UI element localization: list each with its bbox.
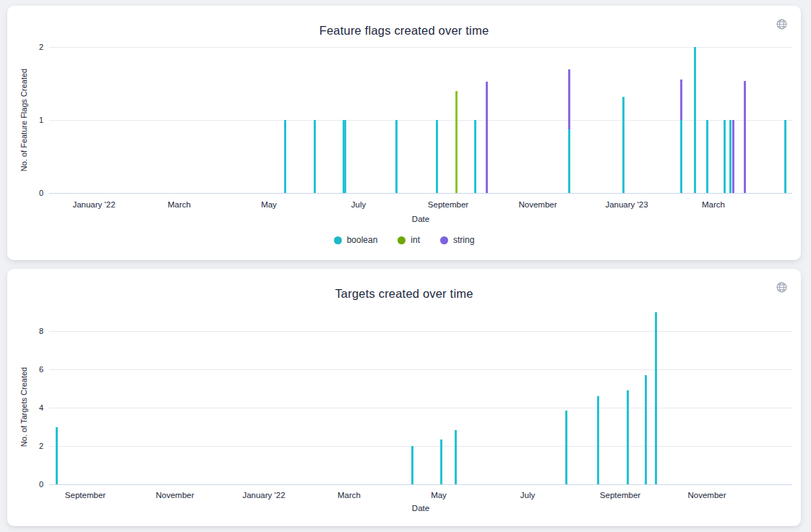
x-axis-title: Date: [49, 214, 792, 224]
x-tick-label: July: [477, 490, 578, 500]
y-tick-label: 8: [19, 326, 43, 336]
gridline: [49, 408, 792, 408]
legend-dot-int: [398, 236, 406, 244]
gridline: [49, 47, 792, 48]
gridline: [49, 331, 792, 332]
x-tick-label: May: [218, 200, 319, 210]
x-tick-label: March: [663, 200, 764, 210]
x-tick-label: May: [388, 490, 489, 500]
bar-targets[interactable]: [565, 411, 567, 484]
x-tick-label: November: [656, 490, 758, 500]
y-tick-label: 2: [19, 42, 43, 52]
bar-boolean[interactable]: [284, 120, 286, 193]
bar-targets[interactable]: [440, 439, 442, 484]
bar-boolean[interactable]: [343, 120, 346, 193]
bar-targets[interactable]: [627, 390, 629, 484]
gridline: [49, 369, 792, 370]
legend-label: boolean: [347, 235, 378, 246]
x-tick-label: March: [129, 200, 230, 210]
feature-flags-card: Feature flags created over time 012Janua…: [7, 6, 801, 260]
x-axis-line: [49, 484, 792, 485]
bar-targets[interactable]: [411, 446, 413, 484]
bar-boolean[interactable]: [724, 120, 726, 193]
legend: booleanintstring: [7, 235, 801, 246]
legend-label: int: [411, 235, 420, 246]
x-axis-line: [49, 193, 792, 194]
y-axis-title: No. of Targets Created: [20, 367, 28, 447]
bar-boolean[interactable]: [474, 120, 476, 193]
bar-boolean[interactable]: [729, 120, 731, 193]
legend-item-int[interactable]: int: [398, 235, 420, 246]
bar-boolean[interactable]: [436, 120, 438, 193]
y-axis-title: No. of Feature Flags Created: [20, 69, 28, 171]
bar-int[interactable]: [455, 91, 458, 193]
legend-item-string[interactable]: string: [440, 235, 474, 246]
bar-targets[interactable]: [597, 396, 599, 484]
bar-boolean[interactable]: [395, 120, 398, 193]
bar-boolean[interactable]: [568, 129, 570, 193]
x-tick-label: September: [570, 490, 671, 500]
bar-boolean[interactable]: [694, 47, 696, 193]
bar-targets[interactable]: [645, 375, 647, 484]
legend-item-boolean[interactable]: boolean: [334, 235, 378, 246]
bar-boolean[interactable]: [314, 120, 316, 193]
bar-string[interactable]: [486, 82, 488, 194]
legend-dot-string: [440, 236, 448, 244]
y-tick-label: 0: [19, 188, 43, 198]
x-tick-label: September: [35, 490, 136, 500]
gridline: [49, 446, 792, 447]
x-tick-label: November: [124, 490, 226, 500]
bar-boolean[interactable]: [784, 120, 786, 193]
bar-string[interactable]: [680, 80, 682, 120]
legend-label: string: [453, 235, 474, 246]
bar-boolean[interactable]: [680, 120, 682, 193]
bar-string[interactable]: [568, 69, 570, 129]
bar-targets[interactable]: [56, 427, 58, 485]
x-tick-label: September: [398, 200, 499, 210]
x-axis-title: Date: [49, 503, 792, 513]
bar-boolean[interactable]: [622, 97, 625, 193]
bar-string[interactable]: [732, 120, 734, 193]
x-tick-label: November: [487, 200, 588, 210]
y-tick-label: 0: [19, 479, 43, 489]
x-tick-label: January '23: [576, 200, 677, 210]
feature-flags-chart: 012January '22MarchMayJulySeptemberNovem…: [7, 6, 801, 260]
bar-targets[interactable]: [455, 430, 457, 485]
legend-dot-boolean: [334, 236, 342, 244]
targets-card: Targets created over time 02468September…: [7, 269, 801, 526]
targets-chart: 02468SeptemberNovemberJanuary '22MarchMa…: [7, 269, 801, 526]
bar-boolean[interactable]: [706, 120, 708, 193]
x-tick-label: March: [299, 490, 400, 500]
bar-string[interactable]: [744, 81, 746, 194]
x-tick-label: July: [308, 200, 409, 210]
bar-targets[interactable]: [655, 312, 657, 485]
